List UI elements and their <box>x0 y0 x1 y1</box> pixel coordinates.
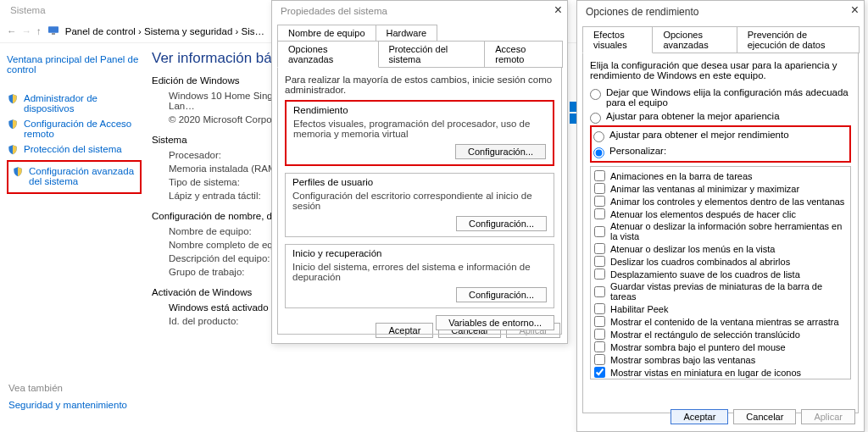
effect-checkbox[interactable] <box>594 256 605 267</box>
close-icon[interactable]: × <box>851 3 859 18</box>
radio-best-performance[interactable]: Ajustar para obtener el mejor rendimient… <box>593 128 848 144</box>
shield-icon <box>7 119 19 130</box>
effect-label: Habilitar Peek <box>610 304 668 314</box>
see-also-label: Vea también <box>8 383 63 393</box>
effect-checkbox-row[interactable]: Mostrar sombras bajo las ventanas <box>594 353 847 366</box>
effect-label: Atenuar o deslizar los menús en la vista <box>610 244 775 254</box>
startup-settings-button[interactable]: Configuración... <box>456 287 547 302</box>
sidebar-item-advanced-system[interactable]: Configuración avanzada del sistema <box>12 163 136 189</box>
startup-recovery-group: Inicio y recuperación Inicio del sistema… <box>285 244 554 308</box>
radio-best-appearance[interactable]: Ajustar para obtener la mejor apariencia <box>590 109 851 125</box>
forward-arrow-icon[interactable]: → <box>22 26 32 36</box>
tab-dep[interactable]: Prevención de ejecución de datos <box>737 26 860 53</box>
security-maintenance-link[interactable]: Seguridad y mantenimiento <box>8 400 127 410</box>
dialog-buttons: Aceptar Cancelar Aplicar <box>670 409 855 424</box>
effect-label: Atenuar o deslizar la información sobre … <box>610 221 847 241</box>
effect-checkbox[interactable] <box>594 208 605 219</box>
effect-label: Animar las ventanas al minimizar y maxim… <box>610 184 799 194</box>
computer-icon <box>47 24 60 39</box>
control-panel-home[interactable]: Ventana principal del Panel de control <box>7 52 142 77</box>
effect-checkbox[interactable] <box>594 354 605 365</box>
effect-label: Atenuar los elementos después de hacer c… <box>610 209 796 219</box>
effect-checkbox-row[interactable]: Desplazamiento suave de los cuadros de l… <box>594 268 847 280</box>
effect-checkbox-row[interactable]: Guardar vistas previas de miniaturas de … <box>594 280 847 302</box>
effect-checkbox-row[interactable]: Atenuar o deslizar la información sobre … <box>594 220 847 242</box>
radio-input[interactable] <box>593 147 604 158</box>
tabs-row1: Nombre de equipo Hardware <box>277 25 562 42</box>
effect-checkbox[interactable] <box>594 269 605 280</box>
env-vars-button[interactable]: Variables de entorno... <box>436 315 554 330</box>
effect-label: Animar los controles y elementos dentro … <box>610 197 844 207</box>
tab-computer-name[interactable]: Nombre de equipo <box>277 25 376 42</box>
effect-checkbox[interactable] <box>594 196 605 207</box>
effect-checkbox-row[interactable]: Animar las ventanas al minimizar y maxim… <box>594 182 847 195</box>
effect-checkbox-row[interactable]: Suavizar bordes para las fuentes de pant… <box>594 379 847 379</box>
effect-checkbox-row[interactable]: Deslizar los cuadros combinados al abrir… <box>594 255 847 268</box>
tab-panel: Para realizar la mayoría de estos cambio… <box>277 67 562 335</box>
effect-checkbox-row[interactable]: Atenuar o deslizar los menús en la vista <box>594 242 847 255</box>
highlight-advanced-settings: Configuración avanzada del sistema <box>7 160 142 194</box>
effect-label: Deslizar los cuadros combinados al abrir… <box>610 257 790 267</box>
effect-checkbox[interactable] <box>594 367 605 378</box>
effect-label: Guardar vistas previas de miniaturas de … <box>610 281 847 302</box>
effect-checkbox[interactable] <box>594 170 605 181</box>
group-title: Rendimiento <box>293 105 546 115</box>
tab-visual-effects[interactable]: Efectos visuales <box>582 26 653 53</box>
sidebar-item-device-manager[interactable]: Administrador de dispositivos <box>7 91 142 116</box>
effect-label: Mostrar vistas en miniatura en lugar de … <box>610 368 801 378</box>
close-icon[interactable]: × <box>554 3 562 18</box>
dialog-title: Opciones de rendimiento <box>577 1 864 23</box>
sidebar-item-system-protection[interactable]: Protección del sistema <box>7 141 142 158</box>
effect-checkbox-row[interactable]: Mostrar vistas en miniatura en lugar de … <box>594 366 847 379</box>
effect-checkbox-row[interactable]: Mostrar el contenido de la ventana mient… <box>594 315 847 328</box>
effect-checkbox-row[interactable]: Mostrar sombra bajo el puntero del mouse <box>594 341 847 353</box>
performance-options-dialog: Opciones de rendimiento × Efectos visual… <box>576 0 865 432</box>
effect-checkbox[interactable] <box>594 286 605 297</box>
cancel-button[interactable]: Cancelar <box>733 409 796 424</box>
system-properties-dialog: Propiedades del sistema × Nombre de equi… <box>271 0 568 344</box>
sidebar: Ventana principal del Panel de control A… <box>0 43 148 335</box>
admin-note: Para realizar la mayoría de estos cambio… <box>285 75 554 95</box>
radio-let-windows-choose[interactable]: Dejar que Windows elija la configuración… <box>590 86 851 109</box>
tab-advanced-options[interactable]: Opciones avanzadas <box>277 41 379 68</box>
effect-label: Mostrar sombras bajo las ventanas <box>610 355 755 365</box>
performance-settings-button[interactable]: Configuración... <box>455 144 546 159</box>
radio-input[interactable] <box>593 131 604 142</box>
radio-custom[interactable]: Personalizar: <box>593 144 848 160</box>
tab-system-protection[interactable]: Protección del sistema <box>378 41 486 68</box>
effect-label: Mostrar el contenido de la ventana mient… <box>610 317 839 327</box>
effect-checkbox[interactable] <box>594 226 605 237</box>
profiles-settings-button[interactable]: Configuración... <box>456 216 547 231</box>
breadcrumb[interactable]: Panel de control › Sistema y seguridad ›… <box>65 26 264 36</box>
sidebar-item-remote-access[interactable]: Configuración de Acceso remoto <box>7 116 142 141</box>
effect-checkbox-row[interactable]: Animar los controles y elementos dentro … <box>594 195 847 208</box>
effect-checkbox[interactable] <box>594 341 605 352</box>
shield-icon <box>12 166 24 178</box>
effect-checkbox[interactable] <box>594 329 605 340</box>
effect-label: Mostrar sombra bajo el puntero del mouse <box>610 342 786 352</box>
effect-checkbox-row[interactable]: Mostrar el rectángulo de selección trans… <box>594 328 847 341</box>
effect-checkbox[interactable] <box>594 316 605 327</box>
back-arrow-icon[interactable]: ← <box>7 26 17 36</box>
svg-rect-0 <box>48 26 58 32</box>
effect-checkbox[interactable] <box>594 303 605 314</box>
performance-group: Rendimiento Efectos visuales, programaci… <box>285 100 554 166</box>
effect-checkbox-row[interactable]: Atenuar los elementos después de hacer c… <box>594 208 847 220</box>
radio-input[interactable] <box>590 89 601 100</box>
effect-checkbox-row[interactable]: Habilitar Peek <box>594 302 847 315</box>
effects-checklist[interactable]: Animaciones en la barra de tareasAnimar … <box>590 166 851 379</box>
effect-checkbox-row[interactable]: Animaciones en la barra de tareas <box>594 169 847 182</box>
effect-checkbox[interactable] <box>594 183 605 194</box>
radio-input[interactable] <box>590 113 601 124</box>
highlight-best-performance: Ajustar para obtener el mejor rendimient… <box>590 125 851 163</box>
tab-advanced[interactable]: Opciones avanzadas <box>652 26 737 53</box>
effect-label: Mostrar el rectángulo de selección trans… <box>610 330 800 340</box>
apply-button[interactable]: Aplicar <box>801 409 855 424</box>
ok-button[interactable]: Aceptar <box>670 409 728 424</box>
effect-checkbox[interactable] <box>594 243 605 254</box>
intro-text: Elija la configuración que desea usar pa… <box>590 60 851 80</box>
effect-label: Animaciones en la barra de tareas <box>610 171 753 181</box>
tab-remote-access[interactable]: Acceso remoto <box>484 41 563 68</box>
tab-hardware[interactable]: Hardware <box>376 25 438 42</box>
up-arrow-icon[interactable]: ↑ <box>36 26 42 36</box>
